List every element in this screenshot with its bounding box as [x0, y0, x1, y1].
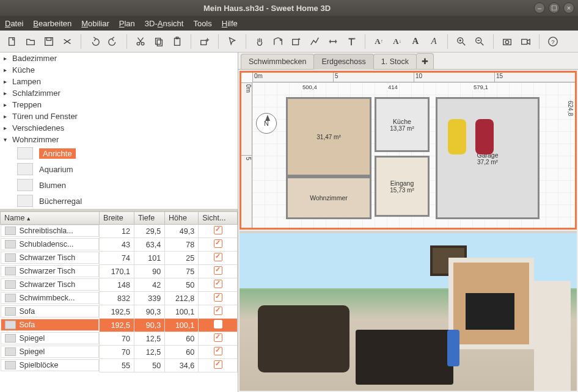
- catalog-category[interactable]: ▸Küche: [0, 64, 238, 76]
- dimension-tool[interactable]: [324, 33, 342, 50]
- catalog-category[interactable]: ▸Treppen: [0, 99, 238, 111]
- redo-button[interactable]: [104, 33, 122, 50]
- table-row[interactable]: Schubladensc...4363,478: [1, 238, 238, 252]
- furniture-icon: [5, 267, 16, 275]
- save-button[interactable]: [40, 33, 57, 50]
- photo-button[interactable]: [499, 33, 516, 50]
- visible-checkbox[interactable]: [214, 360, 222, 369]
- table-row[interactable]: Schwarzer Tisch7410125: [1, 252, 238, 265]
- column-header[interactable]: Name▲: [1, 212, 100, 225]
- room[interactable]: Garage37,2 m²: [436, 97, 540, 219]
- catalog-category[interactable]: ▸Schlafzimmer: [0, 87, 238, 99]
- maximize-button[interactable]: ☐: [549, 2, 560, 13]
- table-row[interactable]: Schreibtischla...1229,549,3: [1, 225, 238, 238]
- video-button[interactable]: [517, 33, 534, 50]
- furniture-icon: [5, 253, 16, 262]
- table-row[interactable]: Spiegel7012,560: [1, 346, 238, 359]
- car-yellow[interactable]: [448, 119, 466, 154]
- room-tool[interactable]: [288, 33, 305, 50]
- table-row[interactable]: Schwarzer Tisch170,19075: [1, 265, 238, 278]
- help-button[interactable]: ?: [544, 33, 562, 50]
- copy-button[interactable]: [150, 33, 167, 50]
- room[interactable]: Eingang15,73 m²: [375, 156, 430, 217]
- catalog-item[interactable]: Blumen: [0, 177, 238, 193]
- polyline-tool[interactable]: [306, 33, 323, 50]
- close-button[interactable]: ×: [563, 2, 574, 13]
- prefs-button[interactable]: [59, 33, 76, 50]
- visible-checkbox[interactable]: [214, 253, 222, 261]
- zoom-in-button[interactable]: [453, 33, 470, 50]
- level-tab[interactable]: 1. Stock: [373, 54, 417, 69]
- text-italic-button[interactable]: A: [425, 33, 442, 50]
- table-row[interactable]: Schwarzer Tisch1484250: [1, 278, 238, 292]
- furniture-catalog[interactable]: ▸Badezimmer▸Küche▸Lampen▸Schlafzimmer▸Tr…: [0, 53, 238, 211]
- plan-view[interactable]: 0m51015 0m5 N 624,8 500,4414579,131,47 m…: [240, 71, 577, 230]
- level-tab[interactable]: Erdgeschoss: [313, 54, 373, 70]
- text-bold-button[interactable]: A: [407, 33, 424, 50]
- select-tool[interactable]: [224, 33, 241, 50]
- minimize-button[interactable]: –: [534, 2, 545, 13]
- ruler-horizontal: 0m51015: [252, 73, 575, 82]
- menu-3d[interactable]: 3D-Ansicht: [145, 19, 184, 28]
- catalog-item[interactable]: Anrichte: [0, 145, 238, 161]
- column-header[interactable]: Höhe: [165, 212, 199, 225]
- catalog-category[interactable]: ▸Türen und Fenster: [0, 111, 238, 122]
- level-tab[interactable]: Schwimmbecken: [241, 54, 314, 69]
- visible-checkbox[interactable]: [214, 266, 222, 275]
- compass-icon[interactable]: N: [256, 113, 277, 134]
- table-row[interactable]: Sofa192,590,3100,1: [1, 319, 238, 332]
- visible-checkbox[interactable]: [214, 333, 222, 342]
- menubar: Datei Bearbeiten Mobiliar Plan 3D-Ansich…: [0, 16, 578, 31]
- text-smaller-button[interactable]: A↓: [389, 33, 406, 50]
- 3d-bottle: [447, 330, 459, 366]
- ruler-vertical: 0m5: [241, 82, 252, 228]
- table-row[interactable]: Sofa192,590,3100,1: [1, 305, 238, 319]
- room[interactable]: Küche13,37 m²: [375, 97, 430, 152]
- plan-canvas[interactable]: N 624,8 500,4414579,131,47 m²WohnzimmerK…: [252, 82, 575, 228]
- furniture-icon: [5, 227, 16, 235]
- visible-checkbox[interactable]: [214, 347, 222, 355]
- wall-tool[interactable]: [269, 33, 287, 50]
- paste-button[interactable]: [169, 33, 186, 50]
- menu-bearbeiten[interactable]: Bearbeiten: [33, 19, 71, 28]
- menu-plan[interactable]: Plan: [119, 19, 135, 28]
- visible-checkbox[interactable]: [214, 239, 222, 248]
- table-row[interactable]: Schwimmbeck...832339212,8: [1, 292, 238, 305]
- catalog-item[interactable]: Bücherregal: [0, 193, 238, 209]
- visible-checkbox[interactable]: [214, 307, 222, 315]
- room[interactable]: 31,47 m²: [286, 97, 371, 176]
- visible-checkbox[interactable]: [214, 320, 222, 328]
- column-header[interactable]: Sicht...: [199, 212, 238, 225]
- table-row[interactable]: Spiegel7012,560: [1, 332, 238, 346]
- text-tool[interactable]: +: [343, 33, 360, 50]
- 3d-view[interactable]: [240, 231, 577, 391]
- menu-hilfe[interactable]: Hilfe: [222, 19, 238, 28]
- catalog-category-expanded[interactable]: ▾Wohnzimmer: [0, 134, 238, 145]
- zoom-out-button[interactable]: [471, 33, 488, 50]
- visible-checkbox[interactable]: [214, 226, 222, 234]
- catalog-category[interactable]: ▸Badezimmer: [0, 53, 238, 64]
- furniture-icon: [5, 361, 16, 369]
- room[interactable]: Wohnzimmer: [286, 176, 371, 219]
- column-header[interactable]: Tiefe: [134, 212, 164, 225]
- new-button[interactable]: [4, 33, 21, 50]
- column-header[interactable]: Breite: [100, 212, 134, 225]
- catalog-category[interactable]: ▸Verschiedenes: [0, 122, 238, 134]
- undo-button[interactable]: [86, 33, 103, 50]
- text-bigger-button[interactable]: A↑: [370, 33, 387, 50]
- furniture-table[interactable]: Name▲BreiteTiefeHöheSicht... Schreibtisc…: [0, 211, 238, 392]
- table-row[interactable]: Spielblöcke555034,6: [1, 359, 238, 372]
- menu-datei[interactable]: Datei: [5, 19, 23, 28]
- pan-tool[interactable]: [251, 33, 268, 50]
- menu-mobiliar[interactable]: Mobiliar: [81, 19, 109, 28]
- catalog-item[interactable]: Aquarium: [0, 161, 238, 177]
- menu-tools[interactable]: Tools: [193, 19, 211, 28]
- add-furniture-button[interactable]: [196, 33, 213, 50]
- visible-checkbox[interactable]: [214, 293, 222, 302]
- add-level-button[interactable]: ✚: [416, 53, 434, 69]
- cut-button[interactable]: [132, 33, 149, 50]
- visible-checkbox[interactable]: [214, 280, 222, 288]
- open-button[interactable]: [22, 33, 39, 50]
- car-red[interactable]: [475, 119, 494, 154]
- catalog-category[interactable]: ▸Lampen: [0, 76, 238, 87]
